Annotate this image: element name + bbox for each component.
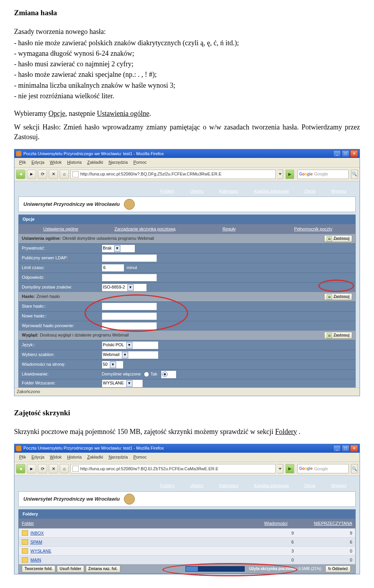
stop-button[interactable]: ✕ bbox=[49, 464, 58, 473]
reply-input[interactable] bbox=[102, 274, 157, 282]
radio-tak[interactable]: Tak bbox=[144, 371, 157, 377]
new-password-input[interactable] bbox=[102, 312, 157, 320]
folder-row[interactable]: WYSŁANE30 bbox=[19, 546, 355, 555]
menu-item[interactable]: Pomoc bbox=[131, 453, 149, 461]
home-button[interactable]: ⌂ bbox=[60, 464, 69, 473]
lang-select[interactable]: Polski POL▾ bbox=[102, 341, 159, 349]
search-box[interactable]: Google Google bbox=[297, 170, 349, 179]
menu-item[interactable]: Zakładki bbox=[85, 159, 106, 166]
subnav-reguly[interactable]: Reguły bbox=[187, 224, 271, 234]
nav-opcje[interactable]: Opcje bbox=[304, 188, 316, 194]
template-select[interactable]: Webmail▾ bbox=[102, 351, 159, 359]
go-button[interactable]: ▶ bbox=[286, 170, 294, 179]
row-jezyk: Język:: Polski POL▾ bbox=[19, 340, 355, 350]
radio-nie[interactable]: Nie bbox=[161, 370, 176, 379]
folder-name[interactable]: WYSŁANE bbox=[30, 548, 251, 554]
search-button[interactable]: 🔍 bbox=[351, 170, 358, 179]
row-limit: Limit czasu: 6 minut bbox=[19, 263, 355, 273]
menu-item[interactable]: Plik bbox=[17, 159, 28, 166]
maximize-button[interactable]: □ bbox=[342, 150, 349, 157]
field-label: Wprowadź hasło ponownie: bbox=[22, 323, 102, 329]
folder-icon bbox=[22, 548, 28, 554]
browser-menubar[interactable]: Plik Edycja Widok Historia Zakładki Narz… bbox=[14, 158, 360, 167]
folder-row[interactable]: MAIN00 bbox=[19, 555, 355, 564]
menu-item[interactable]: Historia bbox=[65, 453, 84, 461]
menu-item[interactable]: Narzędzia bbox=[106, 453, 131, 461]
menu-item[interactable]: Edycja bbox=[29, 159, 47, 166]
nav-ksiazka[interactable]: Książka adresowa bbox=[254, 483, 289, 489]
menu-item[interactable]: Historia bbox=[65, 159, 84, 166]
menu-item[interactable]: Plik bbox=[17, 453, 28, 461]
menu-item[interactable]: Widok bbox=[48, 159, 64, 166]
url-bar[interactable]: http://luna.up.wroc.pl:52080/w?.BQ.DFg.Z… bbox=[71, 170, 276, 179]
menu-item[interactable]: Pomoc bbox=[131, 159, 149, 166]
close-button[interactable]: ✕ bbox=[350, 150, 358, 157]
close-button[interactable]: ✕ bbox=[350, 445, 358, 452]
reload-button[interactable]: ⟳ bbox=[38, 170, 47, 179]
menu-item[interactable]: Narzędzia bbox=[106, 159, 131, 166]
rename-folder-button[interactable]: Zmiana naz. fol. bbox=[86, 565, 120, 572]
maximize-button[interactable]: □ bbox=[342, 445, 349, 452]
folder-row[interactable]: INBOX99 bbox=[19, 528, 355, 537]
menu-item[interactable]: Zakładki bbox=[85, 453, 106, 461]
charset-select[interactable]: ISO-8859-2▾ bbox=[102, 283, 147, 292]
folder-name[interactable]: MAIN bbox=[30, 557, 251, 563]
folder-name[interactable]: INBOX bbox=[30, 530, 251, 536]
window-title: Poczta Uniwersytetu Przyrodniczego we Wr… bbox=[23, 445, 332, 451]
url-bar[interactable]: http://luna.up.wroc.pl:52080/w?.BQ.El.Zb… bbox=[71, 464, 276, 473]
nav-utworz[interactable]: Utwórz bbox=[190, 188, 203, 194]
stop-button[interactable]: ✕ bbox=[49, 170, 58, 179]
search-button[interactable]: 🔍 bbox=[351, 464, 358, 473]
usage-fill bbox=[186, 567, 198, 571]
nav-utworz[interactable]: Utwórz bbox=[190, 483, 203, 489]
minimize-button[interactable]: _ bbox=[333, 445, 341, 452]
home-button[interactable]: ⌂ bbox=[60, 170, 69, 179]
create-folder-button[interactable]: Tworzenie fold. bbox=[22, 565, 55, 572]
col-folder[interactable]: Folder bbox=[19, 519, 242, 528]
field-label: Wiadomości na stronę: bbox=[22, 361, 102, 367]
nav-wyloguj[interactable]: Wyloguj bbox=[331, 188, 346, 194]
delete-folder-button[interactable]: Usuñ folder bbox=[57, 565, 84, 572]
forward-button[interactable]: ► bbox=[27, 464, 36, 473]
forward-button[interactable]: ► bbox=[27, 170, 36, 179]
reload-button[interactable]: ⟳ bbox=[38, 464, 47, 473]
privacy-select[interactable]: Brak▾ bbox=[102, 244, 135, 253]
minimize-button[interactable]: _ bbox=[333, 150, 341, 157]
old-password-input[interactable] bbox=[102, 303, 157, 310]
limit-input[interactable]: 6 bbox=[102, 264, 124, 272]
folder-name[interactable]: SPAM bbox=[30, 539, 251, 545]
subnav-pelnomocnik[interactable]: Pełnomocnik poczty bbox=[271, 224, 355, 234]
perpage-select[interactable]: 50▾ bbox=[102, 361, 123, 369]
nav-foldery[interactable]: Foldery bbox=[160, 188, 175, 194]
zastosuj-button[interactable]: Zastosuj bbox=[324, 332, 352, 339]
subnav-ustawienia[interactable]: Ustawienia ogólne bbox=[19, 224, 103, 234]
go-button[interactable]: ▶ bbox=[286, 464, 294, 473]
back-button[interactable]: ◄ bbox=[16, 464, 25, 473]
back-button[interactable]: ◄ bbox=[16, 170, 25, 179]
url-dropdown[interactable] bbox=[277, 170, 283, 179]
nav-opcje[interactable]: Opcje bbox=[304, 483, 316, 489]
repeat-password-input[interactable] bbox=[102, 322, 157, 330]
nav-ksiazka[interactable]: Książka adresowa bbox=[254, 188, 289, 194]
nav-wyloguj[interactable]: Wyloguj bbox=[331, 483, 346, 489]
nav-foldery[interactable]: Foldery bbox=[160, 483, 175, 489]
chevron-down-icon: ▾ bbox=[126, 342, 132, 349]
browser-menubar[interactable]: Plik Edycja Widok Historia Zakładki Narz… bbox=[14, 453, 360, 462]
folder-row[interactable]: SPAM66 bbox=[19, 537, 355, 546]
search-box[interactable]: Google Google bbox=[297, 464, 349, 473]
refresh-button[interactable]: ↻ Odśwież bbox=[325, 565, 351, 572]
menu-item[interactable]: Widok bbox=[48, 453, 64, 461]
url-dropdown[interactable] bbox=[277, 464, 283, 473]
col-unread[interactable]: NIEPRZECZYTANA bbox=[291, 519, 355, 528]
subnav-zarzadzanie[interactable]: Zarządzanie skrzynką pocztową bbox=[103, 224, 187, 234]
menu-item[interactable]: Edycja bbox=[29, 453, 47, 461]
nav-kalendarz[interactable]: Kalendarz bbox=[219, 483, 238, 489]
col-msgs[interactable]: Wiadomości bbox=[242, 519, 291, 528]
folder-select[interactable]: WYSLANE▾ bbox=[102, 379, 143, 388]
crest-icon bbox=[124, 494, 135, 505]
zastosuj-button[interactable]: Zastosuj bbox=[324, 293, 352, 300]
ldap-input[interactable] bbox=[102, 254, 157, 262]
nav-kalendarz[interactable]: Kalendarz bbox=[219, 188, 238, 194]
folders-footer: Tworzenie fold. Usuñ folder Zmiana naz. … bbox=[19, 564, 355, 574]
zastosuj-button[interactable]: Zastosuj bbox=[324, 235, 352, 242]
